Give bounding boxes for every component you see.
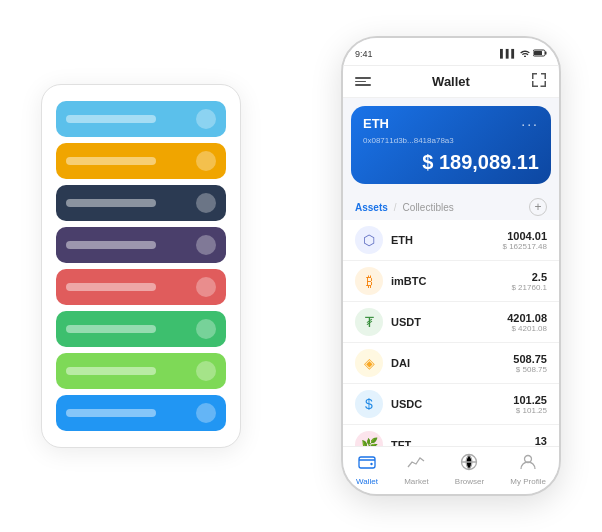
dai-icon: ◈	[355, 349, 383, 377]
card-line	[66, 241, 156, 249]
card-icon	[196, 151, 216, 171]
eth-card-menu[interactable]: ···	[521, 116, 539, 132]
asset-amount-sub: $ 4201.08	[507, 324, 547, 333]
scene: 9:41 ▌▌▌ Wallet	[21, 16, 581, 516]
eth-icon: ⬡	[355, 226, 383, 254]
list-item[interactable]	[56, 353, 226, 389]
card-line	[66, 283, 156, 291]
asset-amount-main: 4201.08	[507, 312, 547, 324]
card-icon	[196, 193, 216, 213]
asset-name: TFT	[391, 439, 527, 446]
asset-amount-main: 101.25	[513, 394, 547, 406]
list-item[interactable]	[56, 101, 226, 137]
list-item[interactable]	[56, 311, 226, 347]
svg-rect-2	[545, 51, 547, 54]
eth-card-label: ETH	[363, 116, 389, 131]
table-row[interactable]: ◈ DAI 508.75 $ 508.75	[343, 343, 559, 384]
asset-name: ETH	[391, 234, 495, 246]
battery-icon	[533, 49, 547, 59]
asset-list: ⬡ ETH 1004.01 $ 162517.48 ₿ imBTC 2.5 $ …	[343, 220, 559, 446]
card-line	[66, 325, 156, 333]
table-row[interactable]: 🌿 TFT 13 0	[343, 425, 559, 446]
tft-icon: 🌿	[355, 431, 383, 446]
nav-wallet-label: Wallet	[356, 477, 378, 486]
menu-icon[interactable]	[355, 77, 371, 86]
card-line	[66, 199, 156, 207]
card-icon	[196, 235, 216, 255]
asset-name: DAI	[391, 357, 505, 369]
asset-amounts: 13 0	[535, 435, 547, 447]
list-item[interactable]	[56, 395, 226, 431]
asset-amount-sub: $ 508.75	[513, 365, 547, 374]
list-item[interactable]	[56, 227, 226, 263]
asset-amounts: 4201.08 $ 4201.08	[507, 312, 547, 333]
tab-divider: /	[394, 202, 397, 213]
table-row[interactable]: ⬡ ETH 1004.01 $ 162517.48	[343, 220, 559, 261]
page-title: Wallet	[432, 74, 470, 89]
asset-amounts: 2.5 $ 21760.1	[511, 271, 547, 292]
nav-profile-label: My Profile	[510, 477, 546, 486]
svg-point-4	[370, 463, 372, 465]
svg-rect-1	[534, 51, 542, 55]
add-asset-button[interactable]: +	[529, 198, 547, 216]
phone-content: ETH ··· 0x08711d3b...8418a78a3 $ 189,089…	[343, 98, 559, 446]
nav-market-label: Market	[404, 477, 428, 486]
usdt-icon: ₮	[355, 308, 383, 336]
card-line	[66, 409, 156, 417]
status-bar: 9:41 ▌▌▌	[343, 38, 559, 66]
asset-amount-main: 2.5	[511, 271, 547, 283]
time-label: 9:41	[355, 49, 373, 59]
expand-icon[interactable]	[531, 72, 547, 91]
assets-tabs: Assets / Collectibles	[355, 202, 454, 213]
card-icon	[196, 109, 216, 129]
eth-card-top: ETH ···	[363, 116, 539, 132]
nav-browser-label: Browser	[455, 477, 484, 486]
asset-amount-sub: $ 101.25	[513, 406, 547, 415]
bottom-nav: Wallet Market Browser My Profile	[343, 446, 559, 494]
market-nav-icon	[407, 453, 425, 475]
wifi-icon	[520, 49, 530, 59]
asset-amount-main: 1004.01	[503, 230, 548, 242]
nav-browser[interactable]: Browser	[455, 453, 484, 486]
list-item[interactable]	[56, 143, 226, 179]
eth-wallet-card[interactable]: ETH ··· 0x08711d3b...8418a78a3 $ 189,089…	[351, 106, 551, 184]
nav-wallet[interactable]: Wallet	[356, 453, 378, 486]
asset-amount-sub: $ 162517.48	[503, 242, 548, 251]
phone-header: Wallet	[343, 66, 559, 98]
table-row[interactable]: $ USDC 101.25 $ 101.25	[343, 384, 559, 425]
signal-icon: ▌▌▌	[500, 49, 517, 58]
card-icon	[196, 277, 216, 297]
nav-market[interactable]: Market	[404, 453, 428, 486]
table-row[interactable]: ₮ USDT 4201.08 $ 4201.08	[343, 302, 559, 343]
asset-amount-sub: $ 21760.1	[511, 283, 547, 292]
wallet-nav-icon	[358, 453, 376, 475]
eth-address: 0x08711d3b...8418a78a3	[363, 136, 539, 145]
svg-rect-3	[359, 457, 375, 468]
asset-name: USDC	[391, 398, 505, 410]
card-icon	[196, 403, 216, 423]
list-item[interactable]	[56, 269, 226, 305]
table-row[interactable]: ₿ imBTC 2.5 $ 21760.1	[343, 261, 559, 302]
card-line	[66, 157, 156, 165]
card-stack-panel	[41, 84, 241, 448]
status-icons: ▌▌▌	[500, 49, 547, 59]
usdc-icon: $	[355, 390, 383, 418]
card-icon	[196, 319, 216, 339]
tab-assets[interactable]: Assets	[355, 202, 388, 213]
asset-name: USDT	[391, 316, 499, 328]
asset-amounts: 1004.01 $ 162517.48	[503, 230, 548, 251]
eth-amount: $ 189,089.11	[363, 151, 539, 174]
nav-profile[interactable]: My Profile	[510, 453, 546, 486]
asset-amount-main: 13	[535, 435, 547, 447]
list-item[interactable]	[56, 185, 226, 221]
asset-amounts: 508.75 $ 508.75	[513, 353, 547, 374]
asset-amounts: 101.25 $ 101.25	[513, 394, 547, 415]
card-line	[66, 115, 156, 123]
asset-amount-main: 508.75	[513, 353, 547, 365]
asset-name: imBTC	[391, 275, 503, 287]
tab-collectibles[interactable]: Collectibles	[403, 202, 454, 213]
card-line	[66, 367, 156, 375]
phone-mockup: 9:41 ▌▌▌ Wallet	[341, 36, 561, 496]
assets-header: Assets / Collectibles +	[343, 192, 559, 220]
card-icon	[196, 361, 216, 381]
